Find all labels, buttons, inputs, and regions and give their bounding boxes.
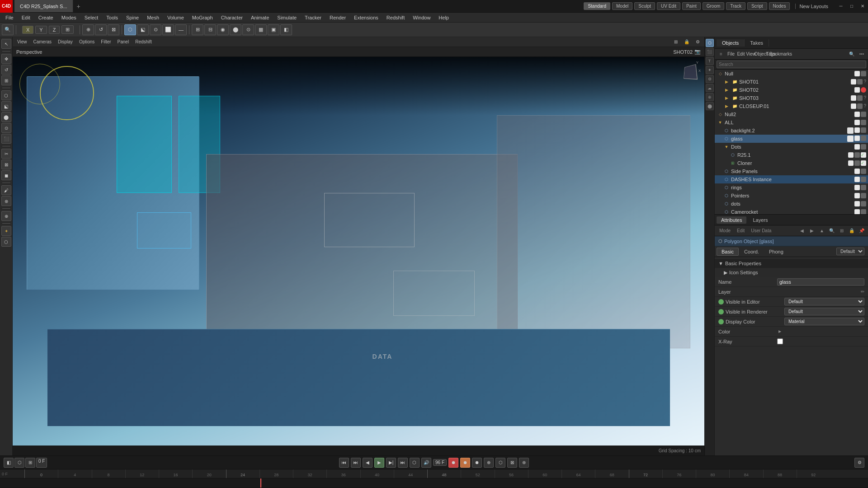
right-icon-stars[interactable]: ✦ [706,66,714,74]
layout-script[interactable]: Script [747,2,767,10]
layout-groom[interactable]: Groom [703,2,725,10]
menu-character[interactable]: Character [217,14,246,21]
right-icon-objects[interactable]: ⬡ [706,39,714,47]
tool-polygon-btn[interactable]: ⬡ [124,24,136,35]
coord-y-button[interactable]: Y [35,26,47,34]
attr-default-select[interactable]: Default [836,248,864,255]
tl-power-btn[interactable]: ⊛ [519,458,529,468]
menu-animate[interactable]: Animate [247,14,273,21]
obj-item-shot02[interactable]: ▶ 📁 SHOT02 [715,86,868,94]
viewport-tab-cameras[interactable]: Cameras [31,38,55,45]
tl-key-mode-btn[interactable]: ⬡ [410,458,420,468]
tl-motion-btn[interactable]: ⬡ [495,458,505,468]
visible-renderer-select[interactable]: Default [784,308,864,315]
obj-item-r25[interactable]: ⬡ R25.1 ✓ [715,151,868,159]
menu-window[interactable]: Window [409,14,434,21]
tab-attributes[interactable]: Attributes [717,216,746,224]
tl-step-back-btn[interactable]: ◀ [363,458,373,468]
attr-fwd-btn[interactable]: ▶ [807,227,816,235]
obj-item-camerocket[interactable]: ⬡ Camerocket [715,208,868,214]
basic-properties-header[interactable]: ▼ Basic Properties [715,259,868,268]
objects-dots-btn[interactable]: ••• [857,50,866,58]
tool-render4-btn[interactable]: ▦ [255,24,267,35]
left-mirror-btn[interactable]: ⬡ [1,90,11,100]
left-paint-btn[interactable]: 🖌 [1,185,11,195]
left-move-btn[interactable]: ✥ [1,54,11,64]
tool-snap-btn[interactable]: ⊞ [192,24,203,35]
menu-tracker[interactable]: Tracker [301,14,325,21]
icon-settings-header[interactable]: ▶ Icon Settings [715,268,868,277]
viewport-canvas[interactable]: DATA Y X [13,57,704,446]
tool-rotate-btn[interactable]: ↺ [95,24,107,35]
tool-cut-btn[interactable]: — [175,24,187,35]
attr-edit-btn[interactable]: Edit [734,227,747,234]
viewport-tab-view[interactable]: View [14,38,30,45]
tl-first-btn[interactable]: ⏮ [339,458,349,468]
tl-prev-key-btn[interactable]: ⏭ [351,458,361,468]
close-button[interactable]: ✕ [857,1,868,11]
coord-extra-button[interactable]: ⊞ [61,25,74,34]
obj-item-dashes[interactable]: ⬡ DASHES Instance [715,175,868,183]
tool-render2-btn[interactable]: ⬤ [230,24,241,35]
menu-select[interactable]: Select [81,14,102,21]
attr-search-btn[interactable]: 🔍 [827,227,836,235]
xray-input[interactable] [777,338,783,344]
obj-item-rings[interactable]: ⬡ rings [715,183,868,192]
viewport-expand-btn[interactable]: ⊞ [671,38,680,45]
coord-z-button[interactable]: Z [49,26,60,34]
right-icon-text[interactable]: T [706,57,714,65]
name-input[interactable] [777,278,864,286]
tab-objects[interactable]: Objects [717,39,745,47]
viewport-tab-panel[interactable]: Panel [115,38,132,45]
visible-renderer-toggle[interactable] [718,309,724,314]
objects-bookmarks-btn[interactable]: Bookmarks [776,50,785,58]
left-bridge-btn[interactable]: ⬛ [1,134,11,144]
obj-item-closeup[interactable]: ▶ 📁 CLOSEUP.01 ? [715,102,868,110]
layout-nodes[interactable]: Nodes [769,2,790,10]
tab-takes[interactable]: Takes [745,39,769,47]
menu-create[interactable]: Create [35,14,57,21]
obj-item-sidepanels[interactable]: ⬡ Side Panels [715,167,868,175]
tl-key-btn[interactable]: ⬡ [14,458,24,468]
tool-edge-btn[interactable]: ⬕ [137,24,149,35]
tool-point-btn[interactable]: ⊙ [150,24,161,35]
tool-mode-btn[interactable]: ⊕ [82,24,94,35]
tool-render3-btn[interactable]: ⊙ [242,24,254,35]
viewport-tab-display[interactable]: Display [55,38,75,45]
navigation-cube[interactable]: Y X [674,61,701,88]
tool-uvw-btn[interactable]: ⬜ [162,24,174,35]
menu-file[interactable]: File [2,14,17,21]
obj-item-backlight[interactable]: ⬡ backlight.2 [715,127,868,135]
attr-pin-btn[interactable]: 📌 [857,227,866,235]
coord-x-button[interactable]: X [22,26,33,34]
obj-item-shot01[interactable]: ▶ 📁 SHOT01 ? [715,78,868,86]
minimize-button[interactable]: ─ [835,1,846,11]
layout-sculpt[interactable]: Sculpt [634,2,655,10]
objects-object-btn[interactable]: Object [756,50,765,58]
layout-track[interactable]: Track [726,2,745,10]
objects-file-btn[interactable]: File [726,50,736,58]
menu-simulate[interactable]: Simulate [274,14,300,21]
right-icon-materials[interactable]: ⬛ [706,48,714,56]
tool-scale-btn[interactable]: ⊠ [108,24,119,35]
maximize-button[interactable]: □ [846,1,857,11]
tl-step-fwd-btn[interactable]: ▶| [386,458,396,468]
tl-audio-btn[interactable]: 🔊 [421,458,431,468]
left-extrude-btn[interactable]: ⬕ [1,101,11,111]
obj-item-pointers[interactable]: ⬡ Pointers [715,192,868,200]
objects-search-input[interactable] [717,61,866,68]
obj-item-cloner[interactable]: ⊞ Cloner ✓ [715,159,868,167]
tl-record3-btn[interactable]: ⏺ [472,458,482,468]
layout-uv-edit[interactable]: UV Edit [657,2,680,10]
left-loop-btn[interactable]: ⊙ [1,123,11,133]
objects-search-btn[interactable]: 🔍 [847,50,856,58]
left-rotate-btn[interactable]: ↺ [1,65,11,75]
left-magnet-btn[interactable]: ⊛ [1,196,11,206]
tool-render5-btn[interactable]: ▣ [268,24,279,35]
menu-spine[interactable]: Spine [123,14,142,21]
obj-item-glass[interactable]: ⬡ glass [715,135,868,143]
layer-edit-btn[interactable]: ✏ [861,289,864,294]
tab-layers[interactable]: Layers [748,216,772,224]
tl-record-btn[interactable]: ⏺ [448,458,458,468]
layout-model[interactable]: Model [612,2,632,10]
